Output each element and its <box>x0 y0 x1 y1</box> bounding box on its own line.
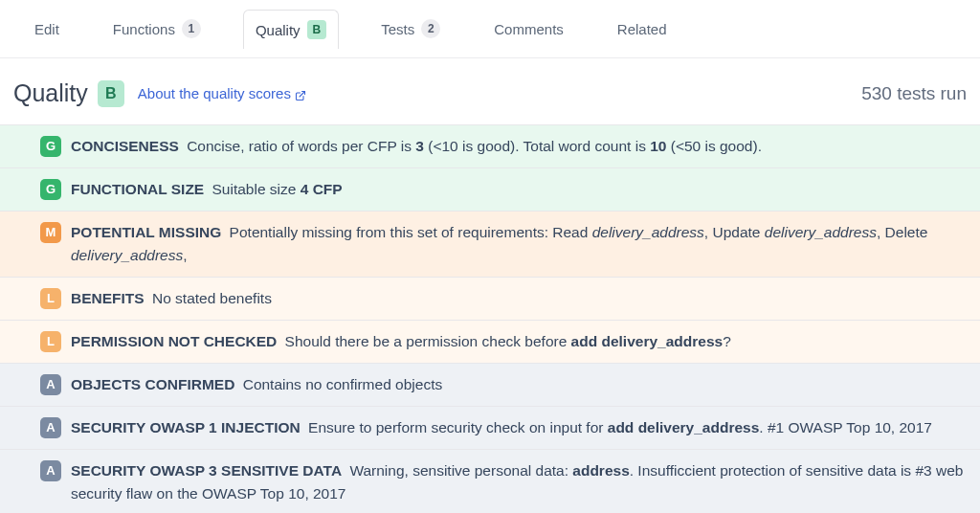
svg-line-0 <box>300 91 305 97</box>
quality-header: Quality B About the quality scores 530 t… <box>0 58 980 124</box>
row-content: BENEFITS No stated benefits <box>71 287 967 310</box>
quality-list: GCONCISENESS Concise, ratio of words per… <box>0 124 980 513</box>
page-title: Quality B <box>13 79 124 107</box>
tab-label: Functions <box>113 21 175 37</box>
row-category: BENEFITS <box>71 290 145 306</box>
tab-functions[interactable]: Functions 1 <box>101 10 212 48</box>
row-message: Suitable size 4 CFP <box>208 181 342 197</box>
row-message: Contains no confirmed objects <box>238 376 442 392</box>
severity-badge: G <box>40 179 61 200</box>
tabs: Edit Functions 1 Quality B Tests 2 Comme… <box>0 0 980 58</box>
quality-row: LPERMISSION NOT CHECKED Should there be … <box>0 321 980 364</box>
row-content: SECURITY OWASP 3 SENSITIVE DATA Warning,… <box>71 459 967 505</box>
row-message: Should there be a permission check befor… <box>280 333 730 349</box>
tab-label: Edit <box>34 21 59 37</box>
tab-quality[interactable]: Quality B <box>243 10 339 49</box>
quality-row: LBENEFITS No stated benefits <box>0 278 980 321</box>
row-content: PERMISSION NOT CHECKED Should there be a… <box>71 330 967 353</box>
severity-badge: G <box>40 136 61 157</box>
severity-badge: A <box>40 417 61 438</box>
row-category: POTENTIAL MISSING <box>71 224 221 240</box>
grade-badge: B <box>98 80 124 107</box>
about-scores-link[interactable]: About the quality scores <box>138 85 306 101</box>
tab-label: Comments <box>494 21 564 37</box>
tab-related[interactable]: Related <box>606 11 679 47</box>
row-message: No stated benefits <box>148 290 272 306</box>
external-link-icon <box>295 88 306 100</box>
row-category: FUNCTIONAL SIZE <box>71 181 204 197</box>
severity-badge: L <box>40 331 61 352</box>
tab-label: Quality <box>256 22 301 38</box>
row-category: CONCISENESS <box>71 138 179 154</box>
tests-run-count: 530 tests run <box>861 83 967 104</box>
tab-comments[interactable]: Comments <box>482 11 575 47</box>
row-message: Concise, ratio of words per CFP is 3 (<1… <box>183 138 762 154</box>
quality-row: GCONCISENESS Concise, ratio of words per… <box>0 125 980 168</box>
tab-label: Related <box>617 21 667 37</box>
quality-row: AOBJECTS CONFIRMED Contains no confirmed… <box>0 364 980 407</box>
quality-row: GFUNCTIONAL SIZE Suitable size 4 CFP <box>0 168 980 212</box>
severity-badge: A <box>40 374 61 395</box>
row-content: SECURITY OWASP 1 INJECTION Ensure to per… <box>71 416 967 439</box>
quality-row: MPOTENTIAL MISSING Potentially missing f… <box>0 212 980 278</box>
row-content: POTENTIAL MISSING Potentially missing fr… <box>71 221 967 267</box>
row-content: FUNCTIONAL SIZE Suitable size 4 CFP <box>71 178 967 201</box>
tab-edit[interactable]: Edit <box>23 11 71 47</box>
title-text: Quality <box>13 79 88 107</box>
row-message: Ensure to perform security check on inpu… <box>304 419 932 435</box>
row-content: OBJECTS CONFIRMED Contains no confirmed … <box>71 373 967 396</box>
tests-count-badge: 2 <box>421 19 440 38</box>
quality-grade-badge: B <box>307 20 327 39</box>
row-content: CONCISENESS Concise, ratio of words per … <box>71 135 967 158</box>
row-category: OBJECTS CONFIRMED <box>71 376 234 392</box>
about-link-text: About the quality scores <box>138 85 291 101</box>
row-category: SECURITY OWASP 1 INJECTION <box>71 419 301 435</box>
severity-badge: A <box>40 460 61 481</box>
row-category: SECURITY OWASP 3 SENSITIVE DATA <box>71 462 342 479</box>
severity-badge: M <box>40 222 61 243</box>
quality-row: ASECURITY OWASP 3 SENSITIVE DATA Warning… <box>0 450 980 513</box>
severity-badge: L <box>40 288 61 309</box>
functions-count-badge: 1 <box>182 19 201 38</box>
tab-tests[interactable]: Tests 2 <box>369 10 452 48</box>
row-category: PERMISSION NOT CHECKED <box>71 333 277 349</box>
tab-label: Tests <box>381 21 414 37</box>
quality-row: ASECURITY OWASP 1 INJECTION Ensure to pe… <box>0 407 980 450</box>
